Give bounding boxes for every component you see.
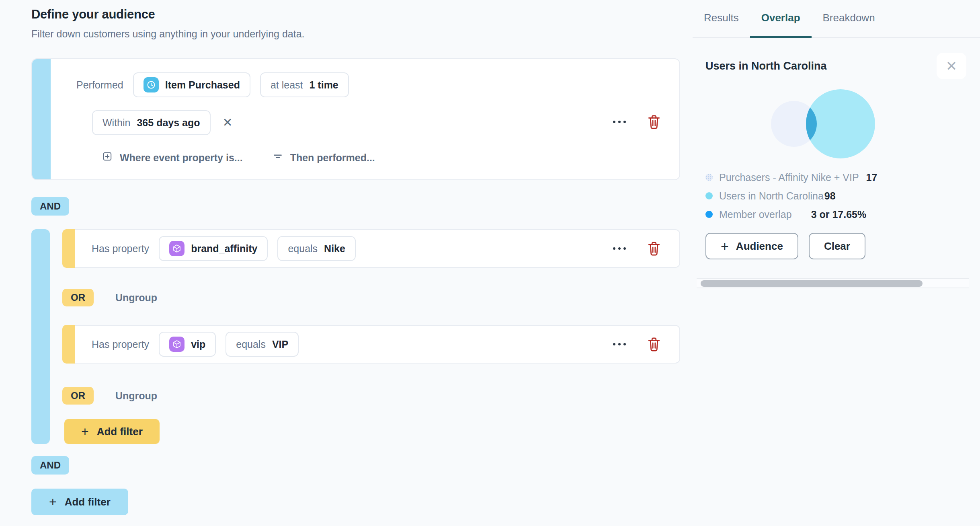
add-filter-label: Add filter: [65, 496, 111, 508]
legend-swatch-icon: [705, 174, 713, 181]
audience-button-label: Audience: [736, 240, 783, 253]
then-performed-label: Then performed...: [290, 152, 375, 164]
has-property-label: Has property: [92, 243, 149, 255]
page-subtitle: Filter down customers using anything in …: [31, 28, 680, 40]
property-chip[interactable]: brand_affinity: [159, 236, 268, 261]
property-chip-label: brand_affinity: [191, 243, 257, 255]
ungroup-button[interactable]: Ungroup: [115, 292, 157, 304]
legend-label: Member overlap: [719, 209, 792, 220]
count-qualifier: at least: [271, 79, 303, 91]
then-performed-link[interactable]: Then performed...: [273, 151, 375, 164]
legend-row: Purchasers - Affinity Nike + VIP 17: [705, 169, 966, 185]
clock-icon: [144, 77, 159, 92]
trash-icon[interactable]: [648, 337, 660, 351]
legend-row: Member overlap 3 or 17.65%: [705, 206, 966, 222]
has-property-label: Has property: [92, 339, 149, 350]
time-window-chip[interactable]: Within 365 days ago: [92, 110, 211, 135]
panel-buttons-row: + Audience Clear: [705, 233, 966, 259]
or-connector-badge: OR: [62, 289, 94, 306]
panel-tabs: Results Overlap Breakdown: [693, 0, 980, 38]
tab-breakdown[interactable]: Breakdown: [812, 0, 886, 38]
property-filter-card: Has property vip equals VIP: [75, 325, 680, 364]
close-icon: ✕: [946, 59, 957, 73]
property-filter-card: Has property brand_affinity equals Nike: [75, 229, 680, 268]
time-window-row: Within 365 days ago ✕: [92, 110, 663, 135]
results-panel: Results Overlap Breakdown Users in North…: [693, 0, 980, 526]
add-filter-label: Add filter: [97, 425, 143, 438]
ungroup-button[interactable]: Ungroup: [115, 390, 157, 402]
operator-label: equals: [288, 243, 318, 255]
event-filter-card: Performed Item Purchased at least 1 time: [31, 58, 680, 180]
count-value: 1 time: [310, 79, 338, 91]
horizontal-scrollbar-thumb[interactable]: [701, 280, 923, 287]
or-connector-badge: OR: [62, 387, 94, 405]
operator-chip[interactable]: equals Nike: [277, 236, 355, 261]
event-filter-actions: [611, 115, 660, 129]
overlap-title-row: Users in North Carolina ✕: [705, 53, 966, 79]
plus-square-icon: [102, 151, 113, 164]
operator-value: Nike: [324, 243, 345, 255]
property-filter-row: Has property vip equals VIP: [62, 325, 680, 364]
or-connector-row: OR Ungroup: [62, 289, 680, 306]
performed-label: Performed: [76, 79, 123, 91]
blue-accent-strip: [32, 59, 51, 179]
cube-icon: [169, 337, 185, 352]
remove-time-window-icon[interactable]: ✕: [223, 117, 233, 129]
plus-icon: +: [721, 239, 729, 253]
event-chip[interactable]: Item Purchased: [133, 72, 250, 97]
property-chip-label: vip: [191, 339, 205, 350]
cube-icon: [169, 241, 185, 256]
venn-diagram: [705, 87, 966, 164]
event-chip-label: Item Purchased: [165, 79, 240, 91]
operator-label: equals: [236, 339, 266, 350]
clear-button[interactable]: Clear: [809, 233, 865, 259]
close-panel-button[interactable]: ✕: [937, 53, 966, 79]
where-event-property-link[interactable]: Where event property is...: [102, 151, 243, 164]
page-title: Define your audience: [31, 7, 680, 22]
trash-icon[interactable]: [648, 241, 660, 256]
group-blue-accent-strip: [31, 229, 50, 444]
plus-icon: +: [81, 425, 89, 438]
plus-icon: +: [49, 495, 57, 508]
tab-results[interactable]: Results: [693, 0, 750, 38]
root-add-filter-button[interactable]: + Add filter: [31, 489, 128, 515]
property-filter-actions: [611, 337, 660, 351]
time-value: 365 days ago: [137, 117, 200, 129]
overlap-panel-body: Users in North Carolina ✕ Purchasers - A…: [693, 53, 980, 288]
and-connector-badge: AND: [31, 456, 69, 475]
legend-label: Users in North Carolina: [719, 190, 824, 202]
legend-swatch-icon: [705, 192, 713, 199]
audience-builder: Define your audience Filter down custome…: [31, 0, 680, 515]
operator-chip[interactable]: equals VIP: [226, 332, 299, 357]
property-filter-row: Has property brand_affinity equals Nike: [62, 229, 680, 268]
property-chip[interactable]: vip: [159, 332, 216, 357]
where-event-property-label: Where event property is...: [120, 152, 243, 164]
event-filter-row: Performed Item Purchased at least 1 time: [76, 72, 663, 97]
or-filter-group: Has property brand_affinity equals Nike: [31, 229, 680, 444]
ellipsis-icon[interactable]: [611, 119, 627, 125]
count-chip[interactable]: at least 1 time: [260, 72, 349, 97]
filter-lines-icon: [273, 151, 283, 164]
and-connector-badge: AND: [31, 197, 69, 216]
add-audience-button[interactable]: + Audience: [705, 233, 798, 259]
venn-legend: Purchasers - Affinity Nike + VIP 17 User…: [705, 169, 966, 222]
property-filter-actions: [611, 241, 660, 256]
ellipsis-icon[interactable]: [611, 246, 627, 251]
legend-swatch-icon: [705, 211, 713, 218]
legend-value: 3 or 17.65%: [811, 209, 867, 220]
trash-icon[interactable]: [648, 115, 660, 129]
group-add-filter-button[interactable]: + Add filter: [64, 419, 160, 444]
operator-value: VIP: [272, 339, 288, 350]
event-filter-links-row: Where event property is... Then performe…: [102, 151, 663, 164]
horizontal-scrollbar-track[interactable]: [697, 278, 969, 288]
ellipsis-icon[interactable]: [611, 341, 627, 347]
clear-button-label: Clear: [824, 240, 850, 253]
legend-value: 17: [866, 172, 877, 183]
overlap-title: Users in North Carolina: [705, 60, 827, 72]
tab-overlap[interactable]: Overlap: [750, 0, 812, 38]
or-connector-row: OR Ungroup: [62, 387, 680, 405]
legend-value: 98: [824, 190, 836, 202]
time-qualifier: Within: [103, 117, 130, 129]
legend-row: Users in North Carolina 98: [705, 188, 966, 204]
yellow-accent-strip: [62, 229, 75, 268]
